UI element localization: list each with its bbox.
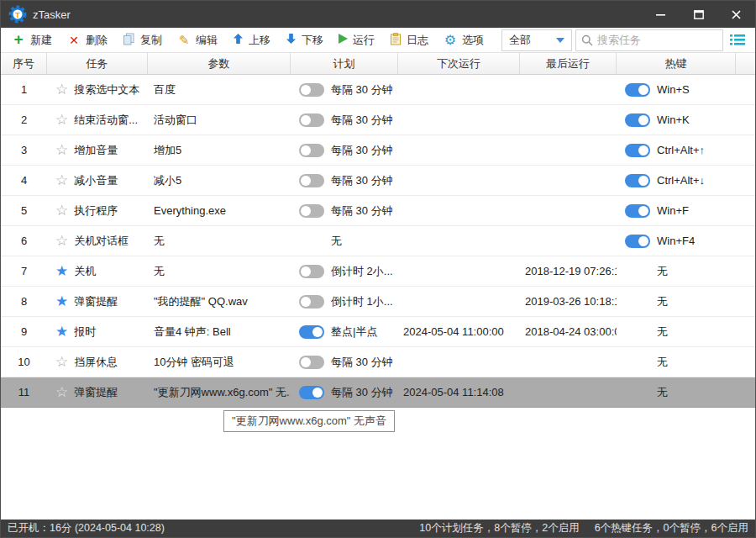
toolbar-button-copy[interactable]: 复制 bbox=[115, 29, 170, 51]
toolbar-button-down[interactable]: 下移 bbox=[278, 29, 331, 51]
filter-dropdown[interactable]: 全部 bbox=[501, 29, 572, 51]
toolbar-button-up[interactable]: 上移 bbox=[225, 29, 278, 51]
schedule-toggle[interactable] bbox=[299, 204, 324, 218]
cell-hotkey: 无 bbox=[617, 347, 736, 377]
cell-empty bbox=[736, 75, 755, 104]
favorite-star-icon[interactable]: ☆ bbox=[55, 385, 68, 399]
hotkey-toggle[interactable] bbox=[625, 113, 650, 127]
task-parameters: 无 bbox=[154, 264, 165, 279]
table-row[interactable]: 8★弹窗提醒"我的提醒" QQ.wav倒计时 1小...2019-03-26 1… bbox=[1, 287, 755, 317]
hotkey-toggle[interactable] bbox=[625, 144, 650, 157]
cell-task: ☆减小音量 bbox=[47, 166, 148, 195]
search-icon bbox=[581, 34, 593, 46]
schedule-toggle[interactable] bbox=[299, 295, 324, 309]
next-run-time: 2024-05-04 11:14:08 bbox=[403, 386, 504, 398]
hotkey-text: Win+F4 bbox=[657, 235, 695, 247]
row-number: 1 bbox=[21, 83, 27, 96]
cell-row-number: 8 bbox=[1, 287, 47, 316]
toolbar-button-delete[interactable]: ✕删除 bbox=[60, 29, 115, 51]
schedule-toggle[interactable] bbox=[299, 83, 324, 97]
favorite-star-icon[interactable]: ☆ bbox=[55, 234, 68, 248]
table-row[interactable]: 7★关机无倒计时 2小...2018-12-19 07:26:18无 bbox=[1, 256, 755, 287]
cell-schedule: 整点|半点 bbox=[291, 317, 398, 346]
list-view-icon[interactable] bbox=[727, 29, 748, 51]
column-header[interactable]: 下次运行 bbox=[398, 53, 520, 74]
favorite-star-icon[interactable]: ★ bbox=[55, 264, 68, 278]
favorite-star-icon[interactable]: ☆ bbox=[55, 203, 68, 218]
schedule-text: 倒计时 2小... bbox=[331, 264, 393, 279]
row-number: 10 bbox=[18, 356, 29, 368]
toolbar-button-run[interactable]: 运行 bbox=[331, 29, 382, 51]
favorite-star-icon[interactable]: ☆ bbox=[55, 355, 68, 369]
task-parameters: 增加5 bbox=[154, 143, 181, 158]
column-header[interactable]: 热键 bbox=[617, 53, 736, 74]
toolbar-button-log[interactable]: 日志 bbox=[382, 29, 436, 51]
hotkey-toggle[interactable] bbox=[625, 174, 650, 187]
schedule-toggle[interactable] bbox=[299, 113, 324, 127]
schedule-toggle[interactable] bbox=[299, 265, 324, 278]
cell-empty bbox=[736, 105, 755, 134]
close-button[interactable] bbox=[717, 1, 755, 28]
toolbar-button-plus[interactable]: +新建 bbox=[4, 29, 60, 51]
table-row[interactable]: 4☆减小音量减小5每隔 30 分钟Ctrl+Alt+↓ bbox=[1, 166, 755, 196]
cell-hotkey: 无 bbox=[617, 377, 736, 407]
schedule-toggle[interactable] bbox=[299, 325, 324, 339]
maximize-button[interactable] bbox=[680, 1, 717, 28]
table-row[interactable]: 9★报时音量4 钟声: Bell整点|半点2024-05-04 11:00:00… bbox=[1, 317, 755, 347]
hotkey-toggle[interactable] bbox=[625, 235, 650, 248]
column-header[interactable]: 计划 bbox=[291, 53, 398, 74]
hotkey-text: 无 bbox=[657, 355, 668, 370]
row-number: 6 bbox=[21, 235, 27, 247]
cell-row-number: 9 bbox=[1, 317, 47, 346]
schedule-toggle[interactable] bbox=[299, 386, 324, 399]
log-icon bbox=[390, 33, 402, 48]
favorite-star-icon[interactable]: ☆ bbox=[55, 143, 68, 157]
table-row[interactable]: 1☆搜索选中文本百度每隔 30 分钟Win+S bbox=[1, 75, 755, 105]
toolbar-button-edit[interactable]: ✎编辑 bbox=[170, 29, 225, 51]
table-row[interactable]: 3☆增加音量增加5每隔 30 分钟Ctrl+Alt+↑ bbox=[1, 135, 755, 166]
schedule-toggle[interactable] bbox=[299, 356, 324, 369]
row-number: 9 bbox=[21, 325, 27, 338]
cell-schedule: 每隔 30 分钟 bbox=[291, 347, 398, 377]
favorite-star-icon[interactable]: ★ bbox=[55, 324, 68, 339]
cell-empty bbox=[736, 256, 755, 286]
task-name: 挡屏休息 bbox=[74, 355, 118, 370]
table-row[interactable]: 6☆关机对话框无无Win+F4 bbox=[1, 226, 755, 256]
task-parameters: Everything.exe bbox=[154, 204, 226, 217]
cell-parameters: 百度 bbox=[148, 75, 291, 104]
schedule-toggle[interactable] bbox=[299, 174, 324, 187]
hotkey-text: 无 bbox=[657, 294, 668, 309]
table-row[interactable]: 5☆执行程序Everything.exe每隔 30 分钟Win+F bbox=[1, 196, 755, 226]
column-header[interactable]: 序号 bbox=[1, 53, 47, 74]
favorite-star-icon[interactable]: ★ bbox=[55, 294, 68, 309]
column-header[interactable] bbox=[736, 53, 755, 74]
table-header: 序号任务参数计划下次运行最后运行热键 bbox=[1, 53, 755, 75]
column-header[interactable]: 参数 bbox=[148, 53, 291, 74]
cell-empty bbox=[736, 166, 755, 195]
column-header[interactable]: 任务 bbox=[47, 53, 148, 74]
cell-hotkey: 无 bbox=[617, 287, 736, 316]
search-input[interactable] bbox=[597, 34, 717, 46]
column-header[interactable]: 最后运行 bbox=[520, 53, 617, 74]
favorite-star-icon[interactable]: ☆ bbox=[55, 113, 68, 127]
toolbar-button-label: 新建 bbox=[30, 33, 52, 48]
toolbar-button-label: 复制 bbox=[140, 33, 162, 48]
hotkey-text: Win+K bbox=[657, 113, 690, 126]
table-row[interactable]: 2☆结束活动窗...活动窗口每隔 30 分钟Win+K bbox=[1, 105, 755, 135]
task-name: 执行程序 bbox=[74, 203, 118, 219]
cell-next-run bbox=[398, 347, 520, 377]
table-row[interactable]: 11☆弹窗提醒"更新刀网www.x6g.com" 无...每隔 30 分钟202… bbox=[1, 377, 755, 408]
toolbar-button-options[interactable]: ⚙选项 bbox=[436, 29, 491, 51]
favorite-star-icon[interactable]: ☆ bbox=[55, 82, 68, 97]
cell-schedule: 每隔 30 分钟 bbox=[291, 196, 398, 225]
hotkey-toggle[interactable] bbox=[625, 204, 650, 218]
table-row[interactable]: 10☆挡屏休息10分钟 密码可退每隔 30 分钟无 bbox=[1, 347, 755, 377]
task-parameters: "我的提醒" QQ.wav bbox=[154, 294, 248, 309]
minimize-button[interactable] bbox=[642, 1, 680, 28]
cell-row-number: 3 bbox=[1, 135, 47, 165]
cell-empty bbox=[736, 377, 755, 407]
hotkey-toggle[interactable] bbox=[625, 83, 650, 97]
hotkey-text: Win+S bbox=[657, 83, 690, 96]
schedule-toggle[interactable] bbox=[299, 144, 324, 157]
favorite-star-icon[interactable]: ☆ bbox=[55, 173, 68, 187]
